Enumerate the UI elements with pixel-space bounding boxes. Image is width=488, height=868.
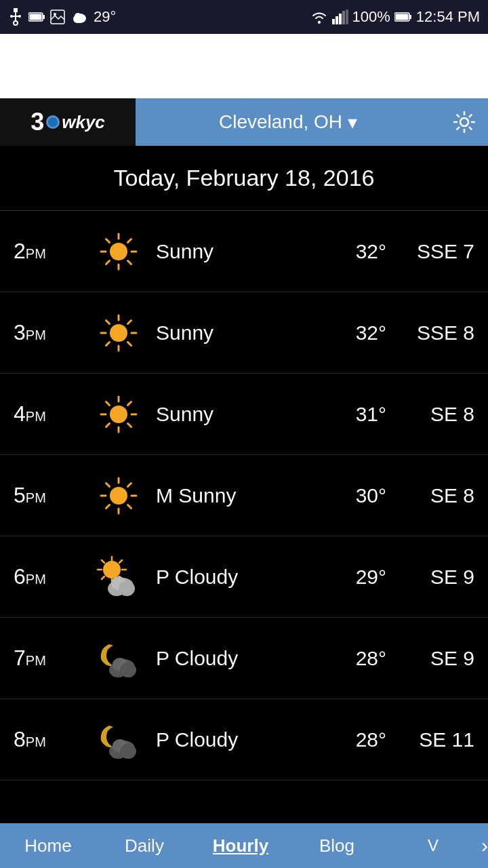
svg-rect-19 <box>346 9 348 24</box>
svg-point-2 <box>14 21 18 25</box>
nbc-peacock-icon <box>45 115 60 130</box>
condition-cell: Sunny <box>149 403 312 426</box>
svg-line-42 <box>106 260 110 264</box>
weather-row: 2PM Sunny 32° SSE 7 <box>0 211 488 292</box>
svg-rect-8 <box>30 14 42 20</box>
image-icon <box>50 9 65 24</box>
svg-point-4 <box>10 15 13 18</box>
condition-cell: P Cloudy <box>149 728 312 751</box>
sunny-icon <box>98 313 139 353</box>
condition-cell: M Sunny <box>149 484 312 507</box>
time-cell: 8PM <box>14 727 88 752</box>
wind-cell: SE 9 <box>386 566 474 589</box>
weather-row: 4PM Sunny 31° SE 8 <box>0 374 488 455</box>
sunny-icon <box>98 394 139 435</box>
svg-line-50 <box>128 320 131 323</box>
weather-row: 5PM M Sunny 30° SE 8 <box>0 455 488 536</box>
temp-cell: 32° <box>312 321 386 344</box>
battery-percent: 100% <box>352 8 390 26</box>
weather-row: 6PM P Cloudy 29° SE 9 <box>0 536 488 618</box>
time-cell: 2PM <box>14 239 88 264</box>
svg-rect-0 <box>14 8 18 12</box>
time-cell: 3PM <box>14 320 88 345</box>
svg-point-13 <box>75 13 81 20</box>
nav-home[interactable]: Home <box>0 823 96 868</box>
svg-line-33 <box>457 127 460 130</box>
condition-cell: P Cloudy <box>149 566 312 589</box>
svg-line-48 <box>106 320 110 323</box>
svg-point-34 <box>110 243 127 260</box>
status-time: 12:54 PM <box>416 8 480 26</box>
time-cell: 4PM <box>14 401 88 427</box>
svg-line-60 <box>106 423 110 427</box>
partly-cloudy-day-icon <box>94 555 143 599</box>
svg-rect-15 <box>332 19 335 24</box>
bottom-navigation: Home Daily Hourly Blog V › <box>0 823 488 868</box>
temp-cell: 29° <box>312 566 386 589</box>
svg-line-68 <box>128 483 131 486</box>
app-header: 3 wkyc Cleveland, OH ▾ <box>0 98 488 146</box>
nav-arrow-button[interactable]: › <box>481 823 488 868</box>
time-cell: 5PM <box>14 483 88 508</box>
date-heading: Today, February 18, 2016 <box>0 146 488 211</box>
svg-rect-22 <box>395 14 408 20</box>
weather-row: 7PM P Cloudy 28° SE 9 <box>0 618 488 699</box>
temp-cell: 31° <box>312 403 386 426</box>
svg-rect-17 <box>339 14 342 24</box>
svg-line-41 <box>128 239 131 242</box>
svg-line-78 <box>102 576 104 579</box>
time-cell: 7PM <box>14 646 88 671</box>
weather-list: 2PM Sunny 32° SSE 7 3PM <box>0 211 488 781</box>
nav-hourly[interactable]: Hourly <box>192 823 289 868</box>
signal-icon <box>332 9 348 24</box>
svg-rect-21 <box>409 15 411 19</box>
weather-row: 8PM P Cloudy 28° SE 11 <box>0 699 488 781</box>
svg-line-69 <box>106 505 110 508</box>
weather-icon-cell <box>88 387 149 441</box>
temp-cell: 32° <box>312 240 386 263</box>
wind-cell: SSE 8 <box>386 321 474 344</box>
svg-line-39 <box>106 239 110 242</box>
svg-point-14 <box>318 21 321 24</box>
night-cloudy-icon <box>94 717 143 762</box>
usb-icon <box>8 8 23 26</box>
svg-line-67 <box>128 505 131 508</box>
wind-cell: SE 8 <box>386 484 474 507</box>
status-left-icons: 29° <box>8 8 116 26</box>
wind-cell: SE 11 <box>386 728 474 751</box>
svg-line-59 <box>128 401 131 405</box>
temp-cell: 28° <box>312 647 386 670</box>
svg-line-32 <box>469 115 472 117</box>
wifi-icon <box>310 9 328 24</box>
weather-icon-cell <box>88 713 149 767</box>
nav-blog[interactable]: Blog <box>289 823 385 868</box>
logo-wkyc: wkyc <box>62 112 105 133</box>
svg-point-5 <box>18 15 21 18</box>
svg-line-40 <box>128 260 131 264</box>
svg-point-25 <box>460 118 468 126</box>
svg-point-52 <box>110 406 127 423</box>
svg-point-43 <box>110 324 127 342</box>
status-temp: 29° <box>94 8 116 26</box>
sunny-icon <box>98 475 139 516</box>
weather-icon <box>70 9 88 24</box>
nav-daily[interactable]: Daily <box>96 823 192 868</box>
battery-icon <box>394 12 412 22</box>
logo-3: 3 <box>30 108 44 136</box>
svg-line-31 <box>469 127 472 130</box>
nav-more-button[interactable]: V <box>385 823 481 868</box>
weather-icon-cell <box>88 469 149 523</box>
weather-row: 3PM Sunny 32° SSE 8 <box>0 292 488 374</box>
location-text: Cleveland, OH <box>219 111 342 133</box>
logo: 3 wkyc <box>0 98 136 146</box>
weather-icon-cell <box>88 306 149 360</box>
svg-line-77 <box>119 560 122 563</box>
time-cell: 6PM <box>14 564 88 589</box>
wind-cell: SE 9 <box>386 647 474 670</box>
location-selector[interactable]: Cleveland, OH ▾ <box>136 111 441 134</box>
wind-cell: SSE 7 <box>386 240 474 263</box>
settings-button[interactable] <box>441 98 488 146</box>
svg-point-90 <box>120 744 136 759</box>
svg-point-24 <box>48 117 58 127</box>
svg-point-61 <box>110 487 127 505</box>
